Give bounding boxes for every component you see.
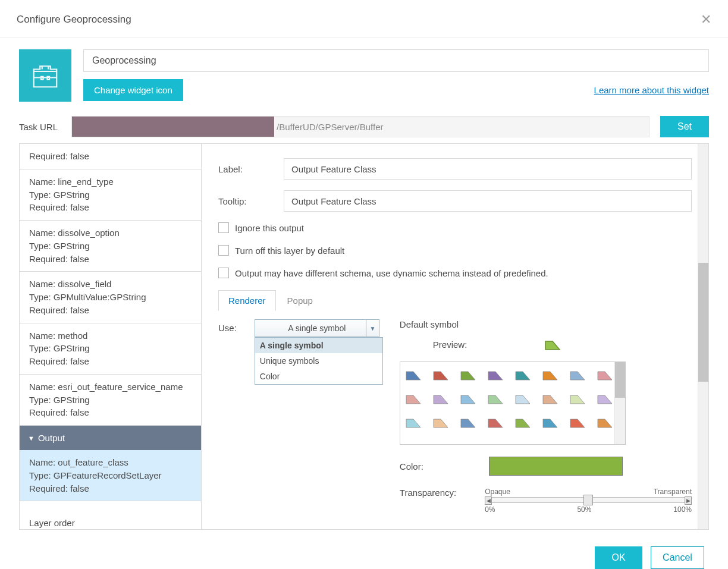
configure-dialog: Configure Geoprocessing ✕ Change widget …: [0, 0, 728, 569]
top-right: Change widget icon Learn more about this…: [83, 49, 709, 101]
symbol-swatch[interactable]: [432, 392, 449, 405]
top-section: Change widget icon Learn more about this…: [0, 37, 728, 102]
close-icon[interactable]: ✕: [701, 12, 711, 27]
symbol-swatch[interactable]: [542, 392, 558, 405]
detail-scrollbar[interactable]: [698, 144, 708, 529]
swatch-row: [405, 416, 620, 429]
symbol-swatch[interactable]: [569, 416, 586, 429]
symbol-swatch[interactable]: [597, 368, 613, 381]
symbol-swatch[interactable]: [405, 368, 422, 381]
default-symbol-title: Default symbol: [400, 319, 692, 329]
symbol-swatch[interactable]: [569, 368, 586, 381]
symbol-swatch[interactable]: [432, 416, 449, 429]
param-item[interactable]: Name: method Type: GPString Required: fa…: [20, 323, 201, 375]
ignore-output-row: Ignore this output: [218, 222, 692, 233]
tooltip-label: Tooltip:: [218, 196, 284, 206]
main-area: Required: false Name: line_end_type Type…: [0, 143, 728, 538]
widget-name-input[interactable]: [83, 49, 709, 72]
use-column: Use: A single symbol ▼ A single symbol U…: [218, 319, 379, 514]
dropdown-list: A single symbol Unique symbols Color: [255, 337, 383, 385]
slider-track[interactable]: ◀ ▶: [485, 497, 692, 503]
symbol-swatch[interactable]: [514, 392, 531, 405]
param-item[interactable]: Name: dissolve_field Type: GPMultiValue:…: [20, 272, 201, 323]
dropdown-display[interactable]: A single symbol ▼: [255, 319, 379, 337]
color-row: Color:: [400, 457, 692, 476]
dynamic-schema-row: Output may have different schema, use dy…: [218, 268, 692, 278]
symbol-swatch[interactable]: [460, 416, 476, 429]
tab-renderer[interactable]: Renderer: [218, 290, 276, 311]
transparency-slider[interactable]: Opaque Transparent ◀ ▶ 0% 50%: [485, 488, 692, 514]
label-label: Label:: [218, 164, 284, 174]
symbol-swatch-grid: [400, 361, 626, 445]
layer-order-section[interactable]: Layer order: [20, 510, 201, 529]
dialog-header: Configure Geoprocessing ✕: [0, 0, 728, 37]
slider-thumb[interactable]: [583, 495, 593, 505]
symbol-swatch[interactable]: [514, 416, 531, 429]
symbol-swatch[interactable]: [514, 368, 531, 381]
symbol-swatch[interactable]: [487, 392, 504, 405]
widget-icon[interactable]: [19, 49, 71, 102]
symbol-swatch[interactable]: [405, 392, 422, 405]
symbol-swatch[interactable]: [597, 392, 613, 405]
tabs: Renderer Popup: [218, 290, 692, 311]
param-item[interactable]: Name: line_end_type Type: GPString Requi…: [20, 169, 201, 221]
output-section-header[interactable]: ▼ Output: [20, 426, 201, 450]
dialog-title: Configure Geoprocessing: [17, 14, 131, 26]
color-label: Color:: [400, 461, 423, 471]
set-button[interactable]: Set: [660, 116, 709, 137]
dialog-footer: OK Cancel: [0, 538, 728, 569]
symbol-swatch[interactable]: [542, 368, 558, 381]
caret-down-icon: ▼: [28, 435, 34, 442]
change-icon-button[interactable]: Change widget icon: [83, 79, 183, 101]
toolbox-icon: [29, 59, 62, 92]
tab-popup[interactable]: Popup: [277, 290, 323, 311]
symbol-swatch[interactable]: [432, 368, 449, 381]
swatch-row: [405, 392, 620, 405]
chevron-down-icon: ▼: [366, 320, 379, 337]
swatch-row: [405, 368, 620, 381]
ok-button[interactable]: OK: [595, 546, 642, 569]
transparency-row: Transparency: Opaque Transparent ◀ ▶: [400, 488, 692, 514]
slider-right-end[interactable]: ▶: [685, 496, 692, 505]
transparency-label: Transparency:: [400, 488, 456, 498]
param-item[interactable]: Required: false: [20, 144, 201, 169]
task-url-label: Task URL: [19, 122, 61, 132]
symbol-swatch[interactable]: [487, 416, 504, 429]
label-input[interactable]: [284, 158, 692, 180]
output-param-item[interactable]: Name: out_feature_class Type: GPFeatureR…: [20, 450, 201, 501]
preview-label: Preview:: [433, 339, 467, 350]
sidebar-scroll[interactable]: Required: false Name: line_end_type Type…: [20, 144, 201, 529]
task-url-row: Task URL /BufferUD/GPServer/Buffer Set: [0, 102, 728, 143]
cancel-button[interactable]: Cancel: [651, 546, 704, 569]
tooltip-row: Tooltip:: [218, 190, 692, 212]
dropdown-option[interactable]: A single symbol: [255, 338, 382, 353]
symbol-swatch[interactable]: [487, 368, 504, 381]
param-item[interactable]: Name: esri_out_feature_service_name Type…: [20, 375, 201, 426]
learn-more-link[interactable]: Learn more about this widget: [594, 85, 709, 95]
symbol-swatch[interactable]: [542, 416, 558, 429]
ignore-output-checkbox[interactable]: [218, 222, 229, 233]
task-url-input[interactable]: /BufferUD/GPServer/Buffer: [71, 116, 649, 137]
dropdown-option[interactable]: Color: [255, 369, 382, 384]
turnoff-layer-row: Turn off this layer by default: [218, 245, 692, 256]
tooltip-input[interactable]: [284, 190, 692, 212]
slider-left-end[interactable]: ◀: [485, 496, 492, 505]
symbol-swatch[interactable]: [569, 392, 586, 405]
turnoff-layer-checkbox[interactable]: [218, 245, 229, 256]
preview-shape-icon: [544, 338, 561, 351]
symbol-swatch[interactable]: [460, 392, 476, 405]
color-swatch[interactable]: [489, 457, 623, 476]
symbol-swatch[interactable]: [405, 416, 422, 429]
redacted-url-part: [72, 117, 274, 137]
label-row: Label:: [218, 158, 692, 180]
use-dropdown[interactable]: A single symbol ▼ A single symbol Unique…: [255, 319, 379, 337]
symbol-swatch[interactable]: [460, 368, 476, 381]
url-visible-text: /BufferUD/GPServer/Buffer: [274, 122, 384, 132]
param-item[interactable]: Name: dissolve_option Type: GPString Req…: [20, 221, 201, 272]
dynamic-schema-checkbox[interactable]: [218, 268, 229, 278]
dropdown-option[interactable]: Unique symbols: [255, 353, 382, 369]
sidebar: Required: false Name: line_end_type Type…: [19, 143, 201, 530]
symbol-swatch[interactable]: [597, 416, 613, 429]
renderer-body: Use: A single symbol ▼ A single symbol U…: [218, 319, 692, 514]
grid-scrollbar[interactable]: [614, 362, 625, 444]
